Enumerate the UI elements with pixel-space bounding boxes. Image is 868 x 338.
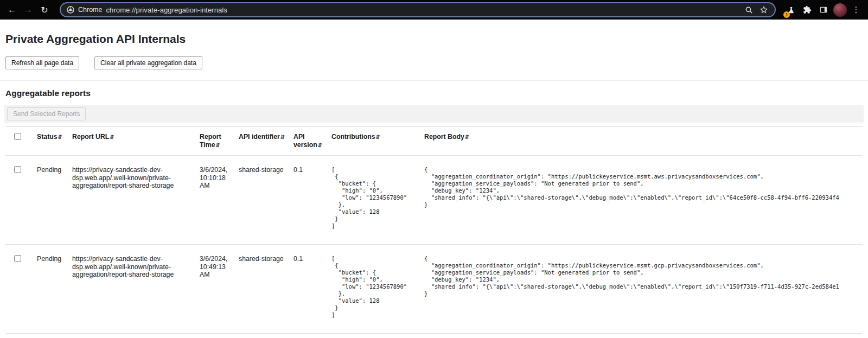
omnibox[interactable]: Chrome chrome://private-aggregation-inte… (60, 2, 776, 17)
report-body-cell: { "aggregation_coordinator_origin": "htt… (424, 156, 863, 245)
reload-icon: ↻ (41, 5, 48, 15)
api-identifier-cell: shared-storage (239, 245, 293, 334)
table-row: Pending https://privacy-sandcastle-dev-d… (5, 156, 863, 245)
sort-icon: ⇵ (110, 134, 114, 140)
send-selected-reports-button[interactable]: Send Selected Reports (7, 107, 86, 120)
report-url-cell: https://privacy-sandcastle-dev-dsp.web.a… (72, 245, 200, 334)
extensions-button[interactable] (800, 2, 815, 17)
divider (0, 80, 868, 81)
page-actions: Refresh all page data Clear all private … (5, 56, 863, 69)
labs-button[interactable]: 1 (783, 2, 799, 17)
contributions-cell: [ { "bucket": { "high": "0", "low": "123… (331, 156, 424, 245)
col-header-api-identifier[interactable]: API identifier⇵ (239, 127, 293, 156)
three-dot-menu-icon: ⋮ (852, 5, 860, 15)
refresh-all-button[interactable]: Refresh all page data (5, 56, 79, 69)
zoom-icon[interactable] (745, 6, 753, 14)
back-icon: ← (8, 5, 16, 15)
clear-all-button[interactable]: Clear all private aggregation data (94, 56, 202, 69)
api-identifier-cell: shared-storage (239, 156, 293, 245)
reports-toolbar: Send Selected Reports (4, 105, 864, 123)
page-content: Private Aggregation API Internals Refres… (0, 33, 868, 334)
forward-icon: → (24, 5, 33, 15)
site-chip[interactable]: Chrome (66, 5, 102, 14)
sort-icon: ⇵ (318, 142, 322, 148)
contributions-json: [ { "bucket": { "high": "0", "low": "123… (331, 255, 420, 318)
site-chip-label: Chrome (78, 6, 102, 14)
report-body-cell: { "aggregation_coordinator_origin": "htt… (424, 245, 863, 334)
contributions-json: [ { "bucket": { "high": "0", "low": "123… (331, 166, 420, 229)
select-all-checkbox[interactable] (14, 133, 21, 140)
extensions-puzzle-icon (803, 5, 812, 14)
status-cell: Pending (37, 245, 72, 334)
col-header-report-body[interactable]: Report Body⇵ (424, 127, 863, 156)
sort-icon: ⇵ (376, 134, 380, 140)
report-time-cell: 3/6/2024, 10:10:18 AM (200, 156, 239, 245)
report-time-cell: 3/6/2024, 10:49:13 AM (200, 245, 239, 334)
sort-icon: ⇵ (58, 134, 62, 140)
side-panel-icon (819, 5, 828, 14)
row-checkbox[interactable] (14, 166, 21, 173)
avatar (833, 3, 847, 17)
page-title: Private Aggregation API Internals (5, 33, 863, 46)
labs-badge: 1 (783, 11, 790, 18)
row-checkbox[interactable] (14, 255, 21, 262)
sort-icon: ⇵ (280, 134, 285, 140)
status-cell: Pending (37, 156, 72, 245)
col-header-status[interactable]: Status⇵ (37, 127, 72, 156)
reports-table: Status⇵ Report URL⇵ Report Time⇵ API ide… (5, 126, 863, 334)
report-url-cell: https://privacy-sandcastle-dev-dsp.web.a… (72, 156, 200, 245)
api-version-cell: 0.1 (293, 156, 331, 245)
report-body-json: { "aggregation_coordinator_origin": "htt… (424, 255, 858, 297)
table-header-row: Status⇵ Report URL⇵ Report Time⇵ API ide… (5, 127, 863, 156)
col-header-report-time[interactable]: Report Time⇵ (200, 127, 239, 156)
table-row: Pending https://privacy-sandcastle-dev-d… (5, 245, 863, 334)
forward-button[interactable]: → (21, 2, 36, 17)
reports-table-body: Pending https://privacy-sandcastle-dev-d… (5, 156, 863, 334)
side-panel-button[interactable] (816, 2, 831, 17)
col-header-contributions[interactable]: Contributions⇵ (331, 127, 424, 156)
api-version-cell: 0.1 (293, 245, 331, 334)
browser-toolbar: ← → ↻ Chrome chrome://private-aggregatio… (0, 0, 868, 20)
profile-button[interactable] (832, 2, 847, 17)
sort-icon: ⇵ (465, 134, 469, 140)
url-text: chrome://private-aggregation-internals (106, 6, 741, 14)
menu-button[interactable]: ⋮ (848, 2, 864, 17)
contributions-cell: [ { "bucket": { "high": "0", "low": "123… (331, 245, 424, 334)
chrome-logo-icon (66, 5, 75, 14)
col-header-api-version[interactable]: API version⇵ (293, 127, 331, 156)
back-button[interactable]: ← (4, 2, 20, 17)
reload-button[interactable]: ↻ (37, 2, 52, 17)
report-body-json: { "aggregation_coordinator_origin": "htt… (424, 166, 858, 208)
sort-icon: ⇵ (215, 142, 220, 148)
bookmark-star-icon[interactable] (760, 5, 768, 14)
col-header-report-url[interactable]: Report URL⇵ (72, 127, 200, 156)
section-heading: Aggregatable reports (5, 88, 863, 98)
